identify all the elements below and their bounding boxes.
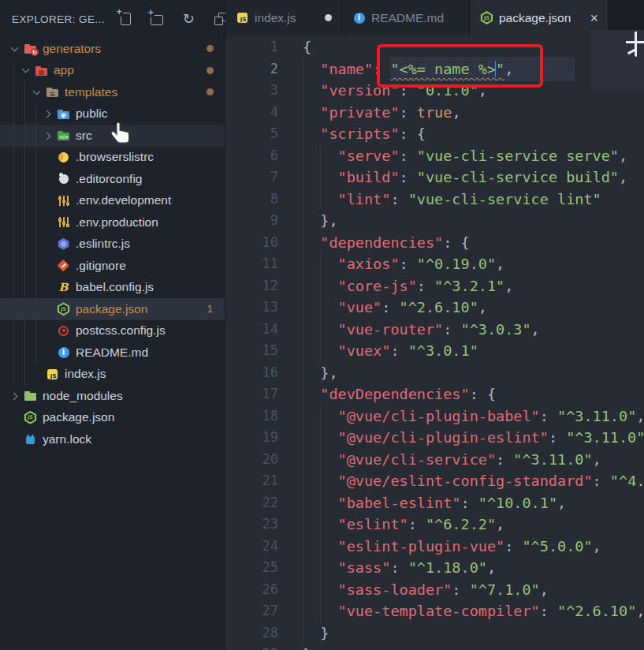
code-line[interactable]: 26 "sass-loader": "^7.1.0", (225, 579, 644, 601)
tree-item-public[interactable]: ⊕public (0, 103, 225, 125)
tree-item-env-production[interactable]: .env.production (0, 211, 225, 233)
code-line[interactable]: 13 "vue": "^2.6.10", (225, 297, 644, 319)
tree-item-src[interactable]: </>src (0, 125, 225, 147)
code-line[interactable]: 15 "vuex": "^3.0.1" (225, 340, 644, 362)
tree-item-label: yarn.lock (43, 432, 91, 446)
new-file-icon[interactable] (115, 9, 136, 30)
code-line[interactable]: 28 } (225, 622, 644, 644)
code-token (303, 191, 338, 207)
code-line[interactable]: 12 "core-js": "^3.2.1", (225, 275, 644, 297)
tree-item-templates[interactable]: ≡templates (0, 81, 225, 103)
code-token (303, 473, 338, 489)
tree-item-babel-config-js[interactable]: Bbabel.config.js (0, 277, 225, 299)
code-line[interactable]: 18 "@vue/cli-plugin-babel": "^3.11.0", (225, 405, 644, 428)
tree-item-label: package.json (76, 302, 147, 316)
tree-item-package-json[interactable]: JSpackage.json (0, 407, 225, 429)
code-token (303, 169, 338, 185)
code-token: , (487, 559, 496, 576)
tab-package-json[interactable]: JSpackage.json× (470, 0, 609, 35)
code-token: "lint" (338, 191, 391, 207)
close-tab-icon[interactable]: × (590, 11, 598, 25)
chevron-right-icon[interactable] (41, 129, 54, 142)
refresh-icon[interactable] (178, 9, 199, 30)
code-line[interactable]: 14 "vue-router": "^3.0.3", (225, 319, 644, 341)
code-line[interactable]: 22 "babel-eslint": "^10.0.1", (225, 492, 644, 514)
chevron-down-icon[interactable] (30, 86, 43, 99)
node-icon: JS (480, 11, 493, 24)
tree-item-yarn-lock[interactable]: yarn.lock (0, 428, 225, 450)
readme-icon: i (57, 346, 70, 359)
chevron-down-icon[interactable] (8, 43, 20, 55)
editorconfig-icon (57, 172, 70, 185)
code-token: , (504, 278, 513, 294)
tree-item-label: index.js (65, 367, 106, 381)
line-number: 12 (225, 275, 278, 297)
tree-item-node-modules[interactable]: node_modules (0, 385, 225, 407)
code-line[interactable]: 29} (225, 644, 644, 650)
code-token: , (540, 581, 549, 598)
code-line[interactable]: 24 "eslint-plugin-vue": "^5.0.0", (225, 536, 644, 558)
tree-item-editorconfig[interactable]: .editorconfig (0, 168, 225, 190)
tree-item-browserslistrc[interactable]: .browserslistrc (0, 147, 225, 169)
code-token: "version" (320, 82, 399, 99)
tree-item-env-development[interactable]: .env.development (0, 190, 225, 212)
code-token: : (390, 342, 408, 359)
tree-item-postcss-config-js[interactable]: postcss.config.js (0, 320, 225, 342)
code-line[interactable]: 23 "eslint": "^6.2.2", (225, 514, 644, 536)
tree-item-index-js[interactable]: JSindex.js (0, 364, 225, 386)
code-line[interactable]: 16 }, (225, 362, 644, 384)
code-token: "private" (320, 104, 399, 121)
tree-item-gitignore[interactable]: .gitignore (0, 255, 225, 277)
tree-item-app[interactable]: ▦app (0, 60, 225, 82)
tree-item-package-json[interactable]: JSpackage.json1 (0, 298, 225, 320)
tree-item-generators[interactable]: ↻generators (0, 38, 225, 60)
code-token: "^1.18.0" (408, 559, 487, 576)
code-token: : (496, 451, 513, 468)
code-line[interactable]: 27 "vue-template-compiler": "^2.6.10", (225, 600, 644, 622)
tree-indent-guide (24, 147, 25, 169)
code-line[interactable]: 5 "scripts": { (225, 123, 644, 145)
line-number: 6 (225, 145, 278, 167)
tree-item-eslintrc-js[interactable]: .eslintrc.js (0, 233, 225, 256)
code-token: , (478, 82, 487, 99)
code-line[interactable]: 21 "@vue/eslint-config-standard": "^4.0.… (225, 470, 644, 492)
tree-indent-guide (13, 103, 14, 125)
chevron-down-icon[interactable] (19, 64, 32, 77)
code-token: "^0.19.0" (417, 256, 496, 272)
code-token: : (540, 408, 557, 424)
editor[interactable]: 1{2 "name": "<%= name %>", 3 "version": … (225, 35, 644, 650)
code-line[interactable]: 8 "lint": "vue-cli-service lint" (225, 189, 644, 211)
code-token: : (540, 603, 557, 619)
code-token: { (303, 39, 311, 55)
code-token: "vuex" (338, 342, 391, 359)
tab-bar: JSindex.jsiREADME.mdJSpackage.json× (225, 0, 644, 35)
code-line[interactable]: 7 "build": "vue-cli-service build", (225, 166, 644, 189)
code-line[interactable]: 6 "serve": "vue-cli-service serve", (225, 145, 644, 167)
code-line[interactable]: 19 "@vue/cli-plugin-eslint": "^3.11.0", (225, 427, 644, 449)
code-line[interactable]: 10 "dependencies": { (225, 232, 644, 254)
tree-indent-guide (13, 233, 14, 256)
code-line[interactable]: 4 "private": true, (225, 102, 644, 124)
tab-readme-md[interactable]: iREADME.md (342, 0, 470, 35)
code-line[interactable]: 2 "name": "<%= name %>", (225, 58, 644, 80)
code-line[interactable]: 1{ (225, 36, 644, 58)
code-line[interactable]: 11 "axios": "^0.19.0", (225, 253, 644, 275)
new-folder-icon[interactable] (147, 9, 168, 30)
chevron-spacer (41, 303, 54, 316)
line-number: 25 (225, 557, 278, 579)
code-line[interactable]: 9 }, (225, 210, 644, 232)
code-line[interactable]: 20 "@vue/cli-service": "^3.11.0", (225, 449, 644, 471)
chevron-right-icon[interactable] (8, 390, 20, 402)
code-line[interactable]: 25 "sass": "^1.18.0", (225, 557, 644, 579)
code-line[interactable]: 3 "version": "0.1.0", (225, 80, 644, 102)
tree-indent-guide (13, 342, 14, 364)
code-token: "build" (338, 169, 400, 185)
code-text: "lint": "vue-cli-service lint" (303, 189, 601, 211)
code-text: { (303, 36, 311, 58)
tab-index-js[interactable]: JSindex.js (225, 0, 342, 35)
code-token: "@vue/cli-service" (338, 451, 496, 468)
explorer-sidebar: EXPLORER: GE... ↻generators▦app≡template… (0, 0, 225, 650)
code-line[interactable]: 17 "devDependencies": { (225, 383, 644, 405)
tree-item-readme-md[interactable]: iREADME.md (0, 342, 225, 364)
chevron-right-icon[interactable] (41, 107, 54, 120)
